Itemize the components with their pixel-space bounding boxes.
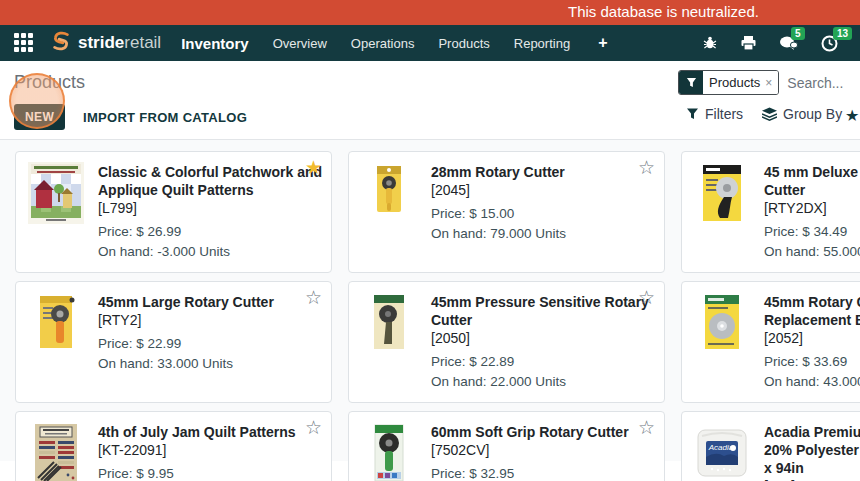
product-code: [RTY2] <box>98 311 274 329</box>
neutralized-banner: This database is neutralized. <box>0 0 860 25</box>
product-code: [7502CV] <box>431 441 629 459</box>
favorite-star-icon[interactable]: ☆ <box>638 288 655 307</box>
product-code: [2045] <box>431 181 566 199</box>
product-info: 45mm Pressure Sensitive Rotary Cutter [2… <box>431 292 649 392</box>
group-by-layers-icon <box>762 107 777 121</box>
product-price: Price: $ 9.95 <box>98 464 296 481</box>
product-code: [L799] <box>98 199 322 217</box>
product-code: [388] <box>764 477 860 481</box>
product-title: 20% Polyester Batting 96in <box>764 441 860 459</box>
product-grid: Classic & Colorful Patchwork and Appliqu… <box>15 151 860 481</box>
favorite-star-icon[interactable]: ☆ <box>305 418 322 437</box>
product-on-hand: On hand: 55.000 Units <box>764 242 860 262</box>
product-title: 45 mm Deluxe Ergonomic Rotary <box>764 163 860 181</box>
activities-clock-icon[interactable]: 13 <box>821 35 838 52</box>
product-code: [2050] <box>431 329 649 347</box>
favorites-star-icon: ★ <box>845 106 859 125</box>
product-image-45mm-replacement-blade <box>694 292 750 354</box>
product-title: Replacement Blade <box>764 311 860 329</box>
product-title: x 94in <box>764 459 860 477</box>
debug-bug-icon[interactable] <box>702 35 718 51</box>
brand-logo-icon <box>50 30 72 56</box>
new-button[interactable]: NEW <box>14 104 65 130</box>
facet-funnel-icon <box>679 71 703 94</box>
product-price: Price: $ 22.99 <box>98 334 274 354</box>
product-info: 4th of July Jam Quilt Patterns [KT-22091… <box>98 422 296 481</box>
product-info: Acadia Premium 80% Cotton / 20% Polyeste… <box>764 422 860 481</box>
brand-logo-text: strideretail <box>78 33 161 53</box>
product-image-28mm-cutter <box>361 162 417 224</box>
nav-right-icons: 5 13 <box>702 25 852 61</box>
favorite-star-icon[interactable]: ☆ <box>305 288 322 307</box>
search-facet-products[interactable]: Products × <box>678 70 779 95</box>
product-image-4th-july-quilt <box>28 422 84 481</box>
import-from-catalog-button[interactable]: IMPORT FROM CATALOG <box>83 110 247 125</box>
nav-plus-button[interactable]: + <box>598 34 607 52</box>
product-code: [2052] <box>764 329 860 347</box>
group-by-control[interactable]: Group By <box>762 106 842 122</box>
page-title: Products <box>14 72 85 93</box>
product-card[interactable]: 28mm Rotary Cutter [2045] Price: $ 15.00… <box>348 151 665 273</box>
product-card[interactable]: 60mm Soft Grip Rotary Cutter [7502CV] Pr… <box>348 411 665 481</box>
product-title: 4th of July Jam Quilt Patterns <box>98 423 296 441</box>
product-title: 45mm Rotary Cutter <box>764 293 860 311</box>
product-card[interactable]: 45 mm Deluxe Ergonomic Rotary Cutter [RT… <box>681 151 860 273</box>
favorite-star-icon[interactable]: ☆ <box>638 418 655 437</box>
product-card[interactable]: 45mm Rotary Cutter Replacement Blade [20… <box>681 281 860 403</box>
product-price: Price: $ 32.95 <box>431 464 629 481</box>
search-bar: Products × <box>678 70 860 95</box>
product-title: Applique Quilt Patterns <box>98 181 322 199</box>
product-title: Classic & Colorful Patchwork and <box>98 163 322 181</box>
favorite-star-icon[interactable]: ★ <box>305 158 322 177</box>
product-title: Cutter <box>764 181 860 199</box>
product-card[interactable]: 45mm Pressure Sensitive Rotary Cutter [2… <box>348 281 665 403</box>
product-code: [KT-22091] <box>98 441 296 459</box>
product-price: Price: $ 22.89 <box>431 352 649 372</box>
product-title: 45mm Pressure Sensitive Rotary <box>431 293 649 311</box>
product-info: Classic & Colorful Patchwork and Appliqu… <box>98 162 322 262</box>
product-image-45mm-pressure-cutter <box>361 292 417 354</box>
product-price: Price: $ 15.00 <box>431 204 566 224</box>
svg-text:Acadia: Acadia <box>708 443 734 452</box>
product-image-acadia-batting: Acadia <box>694 422 750 481</box>
activities-count-badge: 13 <box>833 27 852 40</box>
favorite-star-icon[interactable]: ☆ <box>638 158 655 177</box>
neutralized-banner-text: This database is neutralized. <box>568 3 759 20</box>
search-input[interactable] <box>787 70 860 95</box>
product-code: [RTY2DX] <box>764 199 860 217</box>
nav-item-products[interactable]: Products <box>438 36 489 51</box>
product-card[interactable]: 45mm Large Rotary Cutter [RTY2] Price: $… <box>15 281 332 403</box>
facet-remove-icon[interactable]: × <box>765 76 772 90</box>
product-info: 45mm Rotary Cutter Replacement Blade [20… <box>764 292 860 392</box>
product-info: 28mm Rotary Cutter [2045] Price: $ 15.00… <box>431 162 566 262</box>
messages-count-badge: 5 <box>791 27 805 40</box>
filters-funnel-icon <box>686 108 699 120</box>
product-title: 28mm Rotary Cutter <box>431 163 566 181</box>
product-title: 60mm Soft Grip Rotary Cutter <box>431 423 629 441</box>
product-image-45mm-large-cutter <box>28 292 84 354</box>
product-card[interactable]: Acadia Acadia Premium 80% Cotton / 20% P… <box>681 411 860 481</box>
product-info: 45 mm Deluxe Ergonomic Rotary Cutter [RT… <box>764 162 860 262</box>
messages-icon[interactable]: 5 <box>779 35 799 52</box>
print-icon[interactable] <box>740 35 757 51</box>
nav-item-reporting[interactable]: Reporting <box>514 36 570 51</box>
nav-item-overview[interactable]: Overview <box>273 36 327 51</box>
product-title: Cutter <box>431 311 649 329</box>
filters-control[interactable]: Filters <box>686 106 743 122</box>
filters-label: Filters <box>705 106 743 122</box>
product-info: 45mm Large Rotary Cutter [RTY2] Price: $… <box>98 292 274 392</box>
nav-item-operations[interactable]: Operations <box>351 36 415 51</box>
top-nav: strideretail Inventory Overview Operatio… <box>0 25 860 61</box>
product-on-hand: On hand: -3.000 Units <box>98 242 322 262</box>
brand-logo[interactable]: strideretail <box>50 30 161 56</box>
product-title: 45mm Large Rotary Cutter <box>98 293 274 311</box>
apps-menu-icon[interactable] <box>14 33 34 53</box>
nav-app-name[interactable]: Inventory <box>181 35 249 52</box>
group-by-label: Group By <box>783 106 842 122</box>
product-image-45mm-deluxe-cutter <box>694 162 750 224</box>
favorites-control[interactable]: ★ <box>845 106 859 125</box>
product-image-quilt-book <box>28 162 84 224</box>
product-card[interactable]: 4th of July Jam Quilt Patterns [KT-22091… <box>15 411 332 481</box>
product-on-hand: On hand: 79.000 Units <box>431 224 566 244</box>
product-card[interactable]: Classic & Colorful Patchwork and Appliqu… <box>15 151 332 273</box>
